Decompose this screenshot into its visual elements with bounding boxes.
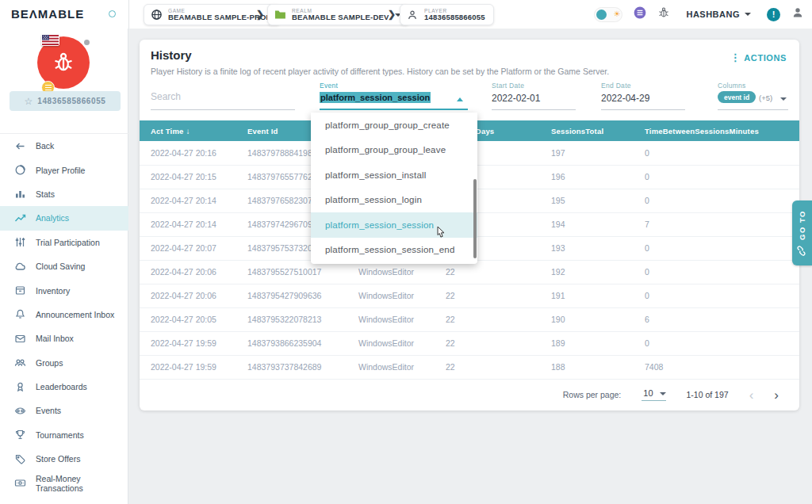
next-page-button[interactable]: › (774, 388, 779, 402)
sidebar-item-leaderboards[interactable]: Leaderboards (0, 375, 128, 399)
sidebar-item-label: Analytics (36, 213, 69, 223)
sidebar-item-store-offers[interactable]: Store Offers (0, 447, 128, 471)
sidebar-item-mail-inbox[interactable]: Mail Inbox (0, 326, 128, 350)
table-row[interactable]: 2022-04-27 19:591483793737842689WindowsE… (140, 355, 799, 379)
sidebar-item-stats[interactable]: Stats (0, 182, 128, 206)
box-icon (14, 284, 26, 296)
groups-icon (14, 357, 26, 368)
sidebar-item-groups[interactable]: Groups (0, 351, 128, 375)
sidebar-item-announcement-inbox[interactable]: Announcement Inbox (0, 303, 128, 326)
sidebar-item-label: Real-Money Transactions (36, 474, 128, 493)
sidebar-item-label: Player Profile (36, 166, 85, 175)
end-date-field[interactable]: End Date 2022-04-29 (601, 83, 685, 112)
sidebar-item-trial-participation[interactable]: Trial Participation (0, 231, 128, 254)
sidebar-item-events[interactable]: Events (0, 399, 128, 422)
player-value: 14836585866055 (424, 13, 485, 21)
sort-desc-icon: ↓ (186, 127, 190, 136)
table-row[interactable]: 2022-04-27 20:061483795427909636WindowsE… (140, 284, 799, 307)
page-title: History (151, 48, 192, 62)
event-filter-value: platform_session_session (320, 92, 431, 103)
sidebar-item-inventory[interactable]: Inventory (0, 278, 128, 302)
previous-page-button[interactable]: ‹ (749, 388, 754, 402)
rows-per-page-select[interactable]: 10 (642, 388, 665, 401)
sidebar-item-tournaments[interactable]: Tournaments (0, 423, 128, 447)
sidebar-item-label: Cloud Saving (36, 262, 85, 271)
sidebar-item-back[interactable]: Back (0, 134, 128, 158)
dropdown-scrollbar[interactable] (473, 179, 477, 258)
bar-chart-icon (14, 188, 26, 200)
chevron-down-icon (745, 13, 751, 16)
breadcrumb-player-chip[interactable]: PLAYER 14836585866055 (400, 4, 494, 25)
sidebar-item-label: Back (36, 141, 54, 151)
dropdown-option[interactable]: platform_session_login (311, 188, 477, 213)
status-dot (82, 38, 91, 47)
dropdown-option[interactable]: platform_session_session_end (311, 238, 477, 263)
sidebar-item-label: Trial Participation (36, 238, 100, 247)
sidebar-item-label: Leaderboards (36, 382, 87, 391)
columns-filter[interactable]: Columns event id (+5) (718, 83, 788, 112)
account-icon[interactable] (791, 6, 804, 22)
player-id: 14836585866055 (37, 97, 105, 105)
kebab-icon: ⋮ (730, 52, 741, 63)
mail-icon (14, 333, 26, 345)
dropdown-option[interactable]: platform_group_group_leave (311, 138, 477, 163)
end-date-value: 2022-04-29 (601, 93, 649, 104)
player-icon (407, 9, 419, 21)
player-id-pill[interactable]: ☆ 14836585866055 (10, 91, 121, 111)
chevron-up-icon[interactable] (457, 97, 463, 101)
mouse-cursor (435, 226, 446, 243)
col-time-between[interactable]: TimeBetweenSessionsMinutes (634, 120, 799, 141)
event-dropdown-options: platform_group_group_createplatform_grou… (311, 113, 477, 262)
table-row[interactable]: 2022-04-27 19:591483793866235904WindowsE… (140, 331, 799, 355)
chevron-down-icon[interactable] (780, 97, 787, 101)
theme-toggle[interactable]: ☀ (594, 7, 622, 22)
org-menu[interactable]: HASHBANG (686, 10, 751, 19)
event-filter-label: Event (320, 82, 338, 90)
theme-dark-dot (596, 10, 607, 20)
sidebar-item-analytics[interactable]: Analytics (0, 206, 128, 230)
sidebar-item-player-profile[interactable]: Player Profile (0, 158, 128, 181)
bell-icon (14, 308, 26, 320)
column-chip[interactable]: event id (718, 91, 756, 103)
sun-icon: ☀ (613, 10, 620, 18)
actions-button[interactable]: ⋮ ACTIONS (730, 52, 787, 63)
dropdown-option[interactable]: platform_session_session (311, 212, 477, 238)
event-filter[interactable]: Event platform_session_session (320, 83, 468, 112)
bug-icon[interactable] (657, 6, 670, 22)
sidebar-nav: Back Player Profile Stats Analytics Tria… (0, 133, 128, 495)
sidebar-item-label: Stats (36, 189, 55, 199)
event-dropdown: platform_group_group_createplatform_grou… (311, 113, 477, 264)
sidebar-item-label: Groups (36, 358, 63, 368)
sidebar-collapse-icon[interactable] (109, 10, 116, 17)
cloud-icon (14, 261, 26, 273)
goto-tab[interactable]: GO TO (792, 200, 812, 265)
top-bar: BEΛMABLE GAME BEAMABLE SAMPLE-PROD ❯ REA… (0, 0, 812, 29)
link-icon (795, 246, 810, 256)
col-sessions-total[interactable]: SessionsTotal (540, 120, 634, 141)
col-act-time[interactable]: Act Time↓ (140, 120, 236, 141)
search-input[interactable] (151, 91, 295, 102)
dropdown-option[interactable]: platform_group_group_create (311, 113, 477, 138)
tag-icon (14, 453, 26, 465)
end-date-label: End Date (601, 82, 631, 90)
org-name: HASHBANG (686, 10, 740, 19)
table-row[interactable]: 2022-04-27 20:051483795322078213WindowsE… (140, 307, 799, 331)
start-date-label: Start Date (492, 82, 524, 90)
sliders-icon (14, 236, 26, 248)
goto-label: GO TO (798, 210, 806, 240)
main-content: History Player History is a finite log o… (128, 29, 812, 504)
search-field[interactable] (151, 83, 295, 112)
sidebar-item-label: Inventory (36, 286, 70, 296)
alert-icon[interactable]: ! (767, 8, 780, 21)
dropdown-option[interactable]: platform_session_install (311, 162, 477, 188)
start-date-field[interactable]: Start Date 2022-02-01 (492, 83, 576, 112)
sidebar-item-cloud-saving[interactable]: Cloud Saving (0, 254, 128, 278)
actions-label: ACTIONS (744, 53, 787, 63)
sidebar-item-real-money-transactions[interactable]: Real-Money Transactions (0, 471, 128, 494)
mask-icon (14, 405, 26, 417)
columns-label: Columns (718, 82, 746, 90)
chevron-down-icon (660, 392, 666, 395)
trophy-icon (14, 429, 26, 441)
menu-circle-icon[interactable] (634, 6, 646, 22)
sidebar-item-label: Tournaments (36, 430, 84, 440)
